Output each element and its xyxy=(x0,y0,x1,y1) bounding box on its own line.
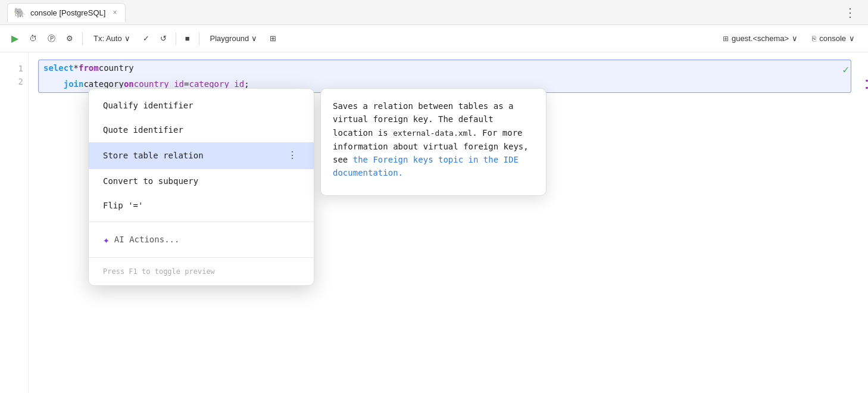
menu-item-ai-actions[interactable]: ✦ AI Actions... xyxy=(89,226,314,254)
menu-item-quote-label: Quote identifier xyxy=(103,123,299,137)
pin-button[interactable]: Ⓟ xyxy=(43,30,60,47)
tx-chevron-icon: ∨ xyxy=(124,34,130,43)
keyword-from: from xyxy=(79,61,99,75)
toolbar-right: ⊞ guest.<schema> ∨ ⎘ console ∨ xyxy=(717,31,861,46)
playground-chevron-icon: ∨ xyxy=(251,34,257,43)
separator-2 xyxy=(176,32,176,45)
menu-item-flip[interactable]: Flip '=' xyxy=(89,194,314,218)
elephant-icon: 🐘 xyxy=(14,7,26,18)
settings-button[interactable]: ⚙ xyxy=(62,31,77,46)
run-button[interactable]: ▶ xyxy=(7,30,23,47)
line-numbers: 1 2 xyxy=(0,52,29,393)
menu-item-qualify-label: Qualify identifier xyxy=(103,99,299,113)
separator-3 xyxy=(199,32,199,45)
menu-item-store-relation-label: Store table relation xyxy=(103,149,285,163)
editor-area: 1 2 select * from country join category … xyxy=(0,52,868,393)
tx-label: Tx: Auto xyxy=(93,34,122,43)
tooltip-popup: Saves a relation between tables as a vir… xyxy=(320,88,547,196)
console-tab[interactable]: 🐘 console [PostgreSQL] × xyxy=(7,3,126,22)
right-gutter xyxy=(861,52,868,393)
menu-item-qualify[interactable]: Qualify identifier xyxy=(89,93,314,118)
stop-button[interactable]: ■ xyxy=(181,31,194,46)
context-menu: Qualify identifier Quote identifier Stor… xyxy=(88,88,314,286)
undo-button[interactable]: ↺ xyxy=(156,31,171,46)
menu-item-dots-icon: ⋮ xyxy=(285,148,299,163)
gutter-mark-1 xyxy=(866,80,868,82)
console-label: console xyxy=(819,34,846,43)
tooltip-link[interactable]: the Foreign keys topic in the IDE docume… xyxy=(333,155,519,177)
keyword-join: join xyxy=(64,77,84,91)
line-number-2: 2 xyxy=(5,75,23,88)
menu-hint-text: Press F1 to toggle preview xyxy=(89,261,314,280)
menu-item-flip-label: Flip '=' xyxy=(103,199,299,213)
table-icon-button[interactable]: ⊞ xyxy=(266,31,280,46)
menu-item-convert-label: Convert to subquery xyxy=(103,174,299,188)
schema-label: guest.<schema> xyxy=(732,34,789,43)
code-line-1: select * from country xyxy=(38,60,851,76)
console-dropdown[interactable]: ⎘ console ∨ xyxy=(806,31,861,46)
history-button[interactable]: ⏱ xyxy=(25,31,41,46)
tab-label: console [PostgreSQL] xyxy=(30,8,105,17)
plain-2: country xyxy=(99,61,134,75)
more-options-button[interactable]: ⋮ xyxy=(839,3,861,22)
plain-indent xyxy=(43,77,64,91)
menu-divider-2 xyxy=(89,257,314,258)
menu-item-ai-label: AI Actions... xyxy=(114,233,180,247)
console-chevron-icon: ∨ xyxy=(849,34,855,43)
tab-close-button[interactable]: × xyxy=(113,8,117,17)
tab-bar-left: 🐘 console [PostgreSQL] × xyxy=(7,3,126,22)
ai-star-icon: ✦ xyxy=(103,231,110,249)
keyword-select: select xyxy=(43,61,74,75)
plain-1: * xyxy=(74,61,79,75)
tooltip-text: Saves a relation between tables as a vir… xyxy=(333,99,534,180)
schema-dropdown[interactable]: ⊞ guest.<schema> ∨ xyxy=(717,31,804,46)
playground-label: Playground xyxy=(210,34,249,43)
commit-button[interactable]: ✓ xyxy=(139,31,154,46)
menu-item-convert-subquery[interactable]: Convert to subquery xyxy=(89,169,314,194)
menu-divider-1 xyxy=(89,222,314,222)
separator-1 xyxy=(82,32,83,45)
line-number-1: 1 xyxy=(5,62,23,75)
menu-item-store-relation[interactable]: Store table relation ⋮ xyxy=(89,142,314,169)
gutter-mark-2 xyxy=(866,87,868,89)
tab-bar: 🐘 console [PostgreSQL] × ⋮ xyxy=(0,0,868,25)
code-editor[interactable]: select * from country join category on c… xyxy=(29,52,861,393)
schema-chevron-icon: ∨ xyxy=(792,34,798,43)
tooltip-code: external-data.xml xyxy=(393,129,472,138)
toolbar: ▶ ⏱ Ⓟ ⚙ Tx: Auto ∨ ✓ ↺ ■ Playground ∨ ⊞ … xyxy=(0,25,868,52)
validation-check-icon: ✓ xyxy=(842,61,849,79)
menu-item-quote[interactable]: Quote identifier xyxy=(89,118,314,142)
playground-dropdown[interactable]: Playground ∨ xyxy=(204,31,264,46)
tx-dropdown[interactable]: Tx: Auto ∨ xyxy=(88,31,136,46)
